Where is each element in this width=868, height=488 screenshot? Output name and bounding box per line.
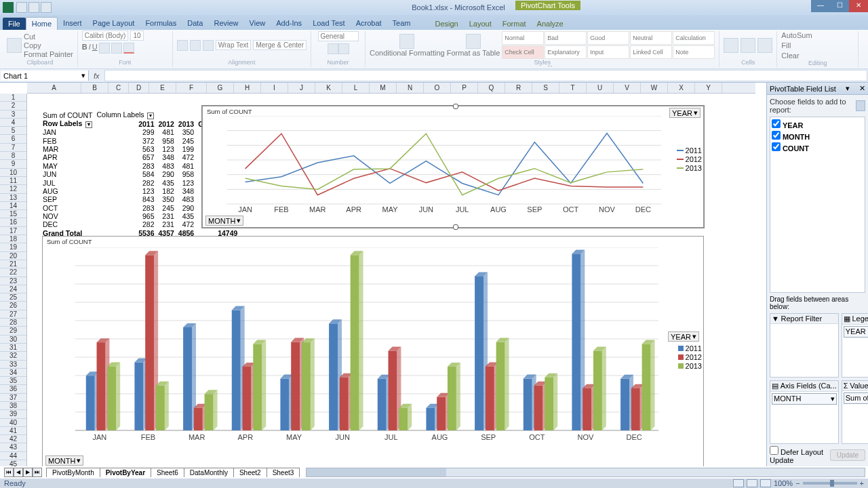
tab-acrobat[interactable]: Acrobat (351, 17, 387, 30)
sheet-tab-pivotbymonth[interactable]: PivotByMonth (46, 468, 100, 477)
cell-style[interactable]: Calculation (673, 31, 715, 45)
clear-button[interactable]: Clear (781, 52, 799, 60)
legend-fields-area[interactable]: ▦ Legend Fields ... YEAR▾ (842, 313, 868, 378)
axis-fields-area[interactable]: ▤ Axis Fields (Ca... MONTH▾ (770, 380, 839, 445)
chevron-down-icon[interactable]: ▾ (81, 71, 85, 80)
pivot-bar-chart[interactable]: Sum of COUNT 010020030040050060070080090… (42, 236, 704, 466)
fill-button[interactable]: Fill (781, 41, 791, 49)
align-left-icon[interactable] (177, 40, 188, 51)
number-format-box[interactable]: General (318, 31, 359, 41)
tab-review[interactable]: Review (208, 17, 243, 30)
first-sheet-icon[interactable]: ⏮ (4, 468, 14, 477)
format-icon[interactable] (757, 38, 772, 53)
ctx-tab-analyze[interactable]: Analyze (532, 18, 569, 30)
close-button[interactable]: ✕ (849, 0, 868, 12)
legend-field-button[interactable]: YEAR▾ (668, 331, 699, 342)
fx-icon[interactable]: fx (90, 72, 104, 80)
paste-icon[interactable] (7, 38, 22, 53)
cell-style[interactable]: Check Cell (502, 45, 544, 59)
align-right-icon[interactable] (203, 40, 214, 51)
layout-icon[interactable] (856, 100, 865, 111)
tab-team[interactable]: Team (387, 17, 416, 30)
field-chip[interactable]: Sum of COUNT▾ (844, 392, 868, 404)
maximize-button[interactable]: ☐ (830, 0, 849, 12)
tab-load-test[interactable]: Load Test (307, 17, 351, 30)
conditional-formatting-icon[interactable] (399, 34, 414, 49)
field-checklist[interactable]: YEAR MONTH COUNT (770, 117, 865, 293)
report-filter-area[interactable]: ▼ Report Filter (770, 313, 839, 378)
italic-button[interactable]: I (89, 43, 91, 54)
axis-field-button[interactable]: MONTH▾ (205, 216, 243, 226)
zoom-in-button[interactable]: + (860, 479, 864, 487)
font-size-box[interactable]: 10 (130, 30, 143, 41)
font-name-box[interactable]: Calibri (Body) (82, 30, 129, 41)
sheet-tab-bar[interactable]: ⏮ ◀ ▶ ⏭ PivotByMonthPivotByYearSheet6Dat… (0, 466, 868, 479)
tab-home[interactable]: Home (26, 17, 58, 30)
minimize-button[interactable]: — (811, 0, 830, 12)
field-checkbox-count[interactable]: COUNT (772, 142, 863, 153)
prev-sheet-icon[interactable]: ◀ (14, 468, 23, 477)
percent-icon[interactable] (338, 43, 349, 54)
pivot-line-chart[interactable]: Sum of COUNT 020040060080010001200JANFEB… (202, 106, 704, 228)
insert-icon[interactable] (724, 38, 738, 53)
sheet-tab-datamonthly[interactable]: DataMonthly (184, 468, 234, 477)
wrap-text-button[interactable]: Wrap Text (216, 40, 252, 50)
tab-view[interactable]: View (244, 17, 271, 30)
sheet-tab-pivotbyyear[interactable]: PivotByYear (100, 468, 151, 477)
column-headers[interactable]: ABCDEFGHIJKLMNOPQRSTUVWXY (27, 83, 755, 94)
cell-style[interactable]: Good (587, 31, 629, 45)
delete-icon[interactable] (741, 38, 755, 53)
cell-style[interactable]: Normal (502, 31, 544, 45)
pivottable-field-list[interactable]: PivotTable Field List ▾ ✕ Choose fields … (766, 83, 868, 466)
page-layout-view-icon[interactable] (747, 479, 757, 487)
sheet-tab-sheet3[interactable]: Sheet3 (267, 468, 300, 477)
border-icon[interactable] (99, 43, 110, 54)
redo-icon[interactable] (41, 2, 52, 13)
field-chip[interactable]: YEAR▾ (844, 326, 868, 338)
row-headers[interactable]: 1234567891011121314151617181920212223242… (0, 94, 27, 466)
normal-view-icon[interactable] (733, 479, 744, 487)
sheet-tab-sheet2[interactable]: Sheet2 (233, 468, 267, 477)
format-as-table-icon[interactable] (466, 34, 481, 49)
pane-chevron-icon[interactable]: ▾ (846, 84, 850, 93)
tab-data[interactable]: Data (182, 17, 208, 30)
field-chip[interactable]: MONTH▾ (772, 393, 837, 405)
cut-button[interactable]: Cut (24, 33, 73, 41)
save-icon[interactable] (16, 2, 27, 13)
currency-icon[interactable] (328, 43, 338, 54)
align-center-icon[interactable] (190, 40, 201, 51)
cell-style[interactable]: Linked Cell (630, 45, 672, 59)
cell-style[interactable]: Note (673, 45, 715, 59)
horizontal-scrollbar[interactable] (306, 468, 865, 477)
copy-button[interactable]: Copy (24, 41, 73, 49)
defer-update-checkbox[interactable]: Defer Layout Update (770, 446, 830, 464)
close-pane-icon[interactable]: ✕ (859, 84, 865, 93)
next-sheet-icon[interactable]: ▶ (23, 468, 33, 477)
merge-center-button[interactable]: Merge & Center (253, 40, 307, 50)
update-button[interactable]: Update (830, 449, 865, 461)
axis-field-button[interactable]: MONTH▾ (45, 455, 83, 466)
cell-style[interactable]: Neutral (630, 31, 672, 45)
values-area[interactable]: Σ Values Sum of COUNT▾ (842, 380, 868, 445)
field-checkbox-year[interactable]: YEAR (772, 119, 863, 130)
zoom-level[interactable]: 100% (774, 479, 793, 487)
fill-color-icon[interactable] (111, 43, 122, 54)
cell-style[interactable]: Input (587, 45, 629, 59)
zoom-slider[interactable] (803, 482, 857, 485)
autosum-button[interactable]: AutoSum (781, 31, 812, 39)
ctx-tab-format[interactable]: Format (497, 18, 532, 30)
zoom-out-button[interactable]: − (795, 479, 800, 487)
underline-button[interactable]: U (92, 43, 98, 54)
tab-page-layout[interactable]: Page Layout (87, 17, 140, 30)
sheet-tab-sheet6[interactable]: Sheet6 (151, 468, 184, 477)
formula-bar[interactable] (104, 70, 867, 81)
last-sheet-icon[interactable]: ⏭ (33, 468, 42, 477)
field-checkbox-month[interactable]: MONTH (772, 130, 863, 142)
undo-icon[interactable] (28, 2, 39, 13)
legend-field-button[interactable]: YEAR▾ (669, 108, 701, 118)
file-tab[interactable]: File (3, 18, 26, 30)
bold-button[interactable]: B (82, 43, 87, 54)
ctx-tab-design[interactable]: Design (429, 18, 463, 30)
tab-insert[interactable]: Insert (58, 17, 87, 30)
quick-access-toolbar[interactable] (16, 2, 52, 13)
